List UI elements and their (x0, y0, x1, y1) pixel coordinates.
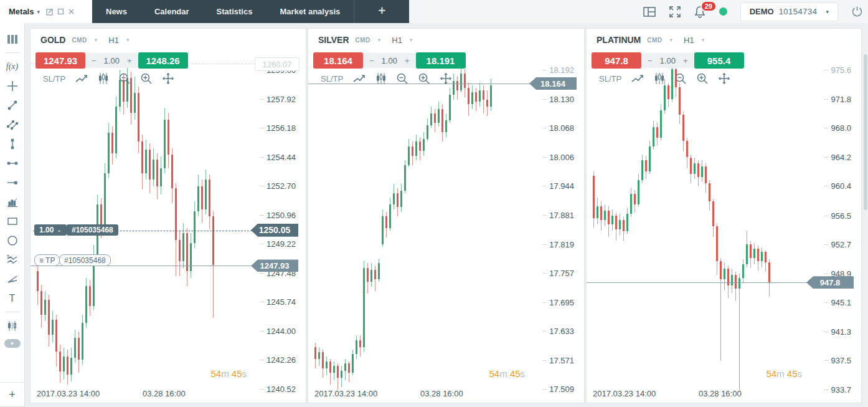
indicators-icon[interactable]: f(x) (2, 57, 22, 76)
sltp-toggle[interactable]: SL/TP (43, 74, 65, 84)
sell-bid-button[interactable]: 18.164 (313, 52, 363, 69)
notification-count-badge: 29 (701, 1, 717, 12)
chevron-down-icon[interactable]: ▾ (670, 37, 673, 43)
maximize-workspace-icon[interactable] (57, 8, 64, 16)
volume-stepper[interactable]: −1.00+ (641, 53, 694, 68)
vertical-line-icon[interactable] (2, 134, 22, 153)
plus-button[interactable]: + (683, 56, 688, 65)
zoom-in-icon[interactable] (696, 72, 709, 85)
plus-button[interactable]: + (405, 56, 410, 65)
price-axis-label: 941.3 (824, 327, 851, 337)
move-chart-icon[interactable] (440, 72, 452, 85)
add-tab-button[interactable]: + (354, 0, 409, 23)
fibonacci-icon[interactable] (2, 250, 22, 269)
power-logout-icon[interactable] (851, 6, 863, 17)
line-chart-icon[interactable] (352, 74, 366, 84)
chevron-down-icon[interactable]: ▾ (702, 37, 705, 43)
chart-panel-platinum: 975.6971.8968.0964.2960.4956.5952.7948.9… (586, 28, 862, 403)
timeframe-selector[interactable]: H1 (108, 36, 119, 45)
add-instrument-button[interactable]: + (0, 382, 25, 407)
buy-ask-button[interactable]: 18.191 (416, 52, 466, 69)
sell-bid-button[interactable]: 1247.93 (35, 52, 85, 69)
minus-button[interactable]: − (369, 56, 374, 65)
move-chart-icon[interactable] (718, 72, 730, 85)
timeframe-selector[interactable]: H1 (392, 36, 402, 45)
volume-histogram-icon[interactable] (2, 192, 22, 211)
layout-icon[interactable] (643, 6, 656, 17)
price-axis-label: 971.8 (824, 95, 851, 104)
chevron-down-icon[interactable]: ▾ (410, 37, 413, 43)
volume-stepper[interactable]: −1.00+ (363, 53, 416, 68)
price-axis-label: 18.192 (542, 65, 574, 75)
price-axis-label: 1257.92 (260, 95, 296, 104)
angle-icon[interactable] (2, 269, 22, 289)
workspace-tab-metals[interactable]: Metals ▾ (0, 0, 92, 23)
zoom-out-icon[interactable] (674, 72, 687, 85)
plus-button[interactable]: + (127, 56, 132, 65)
sell-bid-button[interactable]: 947.8 (592, 52, 641, 69)
price-axis-label: 17.571 (542, 356, 574, 365)
toolbar-scroll-down-button[interactable]: ▼ (4, 339, 21, 348)
price-axis-label: 1244.00 (260, 327, 296, 336)
tab-statistics[interactable]: Statistics (203, 0, 267, 23)
fullscreen-icon[interactable] (669, 6, 681, 17)
ellipse-icon[interactable] (2, 231, 22, 250)
market-badge[interactable]: CMD (72, 37, 87, 44)
tp-ticket-badge[interactable]: #105035468 (59, 254, 111, 266)
crosshair-icon[interactable] (2, 76, 22, 95)
price-axis-label: 1242.26 (260, 355, 296, 365)
line-chart-icon[interactable] (631, 74, 644, 84)
price-axis[interactable]: 975.6971.8968.0964.2960.4956.5952.7948.9… (587, 29, 861, 403)
move-chart-icon[interactable] (162, 72, 174, 85)
tab-news[interactable]: News (92, 0, 141, 23)
compare-candles-icon[interactable] (2, 316, 22, 335)
zoom-out-icon[interactable] (118, 72, 131, 85)
rectangle-icon[interactable] (2, 211, 22, 231)
sltp-toggle[interactable]: SL/TP (321, 74, 343, 84)
workspace-name: Metals (9, 7, 34, 16)
chart-layout-icon[interactable] (2, 29, 22, 49)
zoom-in-icon[interactable] (418, 72, 430, 85)
market-badge[interactable]: CMD (356, 37, 370, 44)
scrollbar-thumb[interactable] (864, 54, 867, 210)
top-bar: Metals ▾ News Calendar Statistics Market… (0, 0, 868, 23)
market-badge[interactable]: CMD (647, 37, 662, 44)
price-axis-label: 1256.18 (260, 123, 296, 133)
text-tool-icon[interactable]: T (2, 289, 22, 308)
volume-stepper[interactable]: −1.00+ (85, 53, 138, 68)
tab-calendar[interactable]: Calendar (141, 0, 203, 23)
price-axis-label: 1245.74 (260, 297, 296, 307)
chevron-down-icon[interactable]: ▾ (378, 37, 381, 43)
timeframe-selector[interactable]: H1 (684, 36, 694, 45)
minus-button[interactable]: − (92, 56, 97, 65)
tp-badge[interactable]: ≡ TP (34, 254, 60, 266)
buy-ask-button[interactable]: 1248.26 (138, 52, 188, 69)
sltp-toggle[interactable]: SL/TP (599, 74, 621, 84)
zoom-in-icon[interactable] (140, 72, 153, 85)
line-chart-icon[interactable] (75, 74, 88, 84)
zoom-out-icon[interactable] (396, 72, 408, 85)
channel-icon[interactable] (2, 115, 22, 134)
close-workspace-icon[interactable] (68, 8, 75, 16)
chevron-down-icon[interactable]: ▾ (126, 37, 130, 43)
horizontal-segment-icon[interactable] (2, 153, 22, 173)
minus-button[interactable]: − (648, 56, 653, 65)
account-selector[interactable]: DEMO 10154734 ▾ (741, 3, 837, 21)
candlestick-chart-icon[interactable] (375, 72, 387, 85)
trendline-icon[interactable] (2, 95, 22, 115)
buy-ask-button[interactable]: 955.4 (694, 52, 744, 69)
edit-workspace-icon[interactable] (46, 8, 54, 16)
order-ticket-badge[interactable]: #105035468 (67, 224, 118, 236)
order-volume-badge[interactable]: 1.00⌄ (34, 224, 67, 236)
price-axis-label: 1250.96 (260, 211, 296, 220)
candlestick-chart-icon[interactable] (654, 72, 665, 85)
price-axis-label: 1249.22 (260, 239, 296, 249)
notifications-bell-icon[interactable]: 29 (694, 6, 705, 18)
tab-market-analysis[interactable]: Market analysis (266, 0, 354, 23)
chevron-down-icon[interactable]: ▾ (37, 9, 40, 15)
price-axis[interactable]: 1259.661257.921256.181254.441252.701250.… (31, 29, 306, 403)
chevron-down-icon[interactable]: ▾ (95, 37, 98, 43)
candlestick-chart-icon[interactable] (98, 72, 109, 85)
ray-line-icon[interactable] (2, 173, 22, 192)
vertical-scrollbar[interactable] (863, 23, 868, 407)
